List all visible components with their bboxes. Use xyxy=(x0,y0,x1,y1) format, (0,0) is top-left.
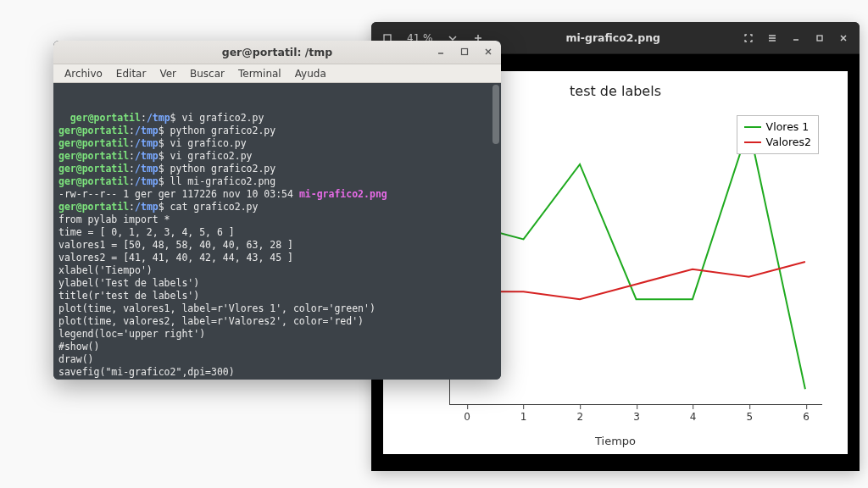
x-tick: 0 xyxy=(464,411,470,423)
close-button[interactable] xyxy=(832,27,854,49)
x-tick: 6 xyxy=(803,411,810,423)
menu-archivo[interactable]: Archivo xyxy=(58,66,108,81)
menu-ver[interactable]: Ver xyxy=(153,66,182,81)
x-tick: 3 xyxy=(633,411,640,423)
legend-swatch xyxy=(744,126,761,128)
terminal-maximize-button[interactable] xyxy=(457,44,472,59)
menu-button[interactable] xyxy=(761,27,783,49)
menu-buscar[interactable]: Buscar xyxy=(184,66,231,81)
viewer-title: mi-grafico2.png xyxy=(489,31,738,44)
x-tick: 1 xyxy=(520,411,527,423)
terminal-body[interactable]: ger@portatil:/tmp$ vi grafico2.py ger@po… xyxy=(53,83,501,380)
fullscreen-button[interactable] xyxy=(737,27,760,49)
legend-entry: Vlores 1 xyxy=(744,119,811,135)
terminal-minimize-button[interactable] xyxy=(433,44,448,59)
legend-entry: Valores2 xyxy=(744,135,811,150)
minimize-button[interactable] xyxy=(785,27,807,49)
chart-legend: Vlores 1 Valores2 xyxy=(737,115,819,154)
terminal-window: ger@portatil: /tmp Archivo Editar Ver Bu… xyxy=(53,41,501,380)
menu-editar[interactable]: Editar xyxy=(110,66,153,81)
x-tick: 5 xyxy=(747,411,754,423)
terminal-scrollbar[interactable] xyxy=(492,85,499,144)
chart-plot-area: Vlores 1 Valores2 303540455055600123456 xyxy=(449,112,822,405)
chart-series-1 xyxy=(467,262,805,299)
terminal-close-button[interactable] xyxy=(481,44,496,59)
chart-xlabel: Tiempo xyxy=(383,435,848,447)
menu-ayuda[interactable]: Ayuda xyxy=(289,66,332,81)
svg-rect-1 xyxy=(817,36,822,41)
terminal-titlebar[interactable]: ger@portatil: /tmp xyxy=(53,41,501,64)
menu-terminal[interactable]: Terminal xyxy=(232,66,287,81)
x-tick: 4 xyxy=(690,411,697,423)
maximize-button[interactable] xyxy=(809,27,831,49)
legend-label: Vlores 1 xyxy=(766,119,810,135)
svg-rect-2 xyxy=(462,49,468,55)
chart-series-0 xyxy=(467,127,805,390)
terminal-menubar: Archivo Editar Ver Buscar Terminal Ayuda xyxy=(53,64,501,83)
x-tick: 2 xyxy=(577,411,584,423)
legend-label: Valores2 xyxy=(766,135,811,150)
legend-swatch xyxy=(744,141,761,143)
